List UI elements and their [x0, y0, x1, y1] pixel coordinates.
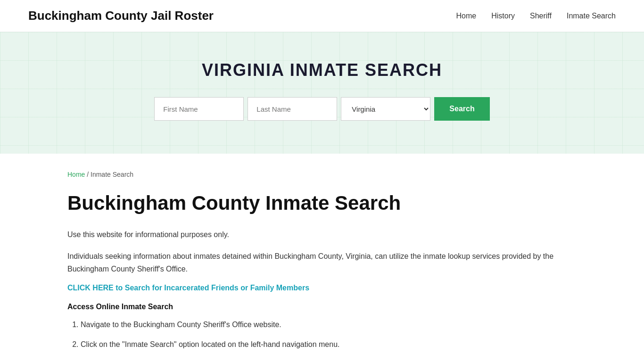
- main-content: Home / Inmate Search Buckingham County I…: [39, 154, 605, 362]
- nav-item-inmate-search[interactable]: Inmate Search: [567, 12, 616, 20]
- site-header: Buckingham County Jail Roster Home Histo…: [0, 0, 644, 32]
- intro-paragraph-1: Use this website for informational purpo…: [67, 228, 577, 241]
- breadcrumb: Home / Inmate Search: [67, 171, 577, 178]
- cta-search-link[interactable]: CLICK HERE to Search for Incarcerated Fr…: [67, 284, 309, 292]
- step-2: Click on the "Inmate Search" option loca…: [81, 338, 577, 351]
- search-button[interactable]: Search: [434, 97, 489, 121]
- nav-link-inmate-search[interactable]: Inmate Search: [567, 12, 616, 20]
- access-heading: Access Online Inmate Search: [67, 303, 577, 311]
- step-1: Navigate to the Buckingham County Sherif…: [81, 319, 577, 331]
- nav-item-home[interactable]: Home: [456, 12, 477, 20]
- breadcrumb-current: Inmate Search: [91, 171, 133, 178]
- hero-title: VIRGINIA INMATE SEARCH: [9, 60, 635, 80]
- nav-link-home[interactable]: Home: [456, 12, 477, 20]
- hero-section: VIRGINIA INMATE SEARCH AlabamaAlaskaAriz…: [0, 32, 644, 154]
- page-title: Buckingham County Inmate Search: [67, 191, 577, 215]
- first-name-input[interactable]: [154, 97, 244, 121]
- site-title: Buckingham County Jail Roster: [28, 8, 214, 23]
- nav-link-history[interactable]: History: [491, 12, 515, 20]
- breadcrumb-home[interactable]: Home: [67, 171, 85, 178]
- nav-item-sheriff[interactable]: Sheriff: [530, 12, 552, 20]
- nav-list: Home History Sheriff Inmate Search: [456, 12, 616, 20]
- intro-paragraph-2: Individuals seeking information about in…: [67, 250, 577, 275]
- inmate-search-form: AlabamaAlaskaArizonaArkansasCaliforniaCo…: [9, 97, 635, 121]
- nav-link-sheriff[interactable]: Sheriff: [530, 12, 552, 20]
- nav-item-history[interactable]: History: [491, 12, 515, 20]
- main-nav: Home History Sheriff Inmate Search: [456, 12, 616, 20]
- steps-list: Navigate to the Buckingham County Sherif…: [67, 319, 577, 350]
- breadcrumb-separator: /: [87, 171, 91, 178]
- last-name-input[interactable]: [248, 97, 337, 121]
- state-select[interactable]: AlabamaAlaskaArizonaArkansasCaliforniaCo…: [341, 97, 430, 121]
